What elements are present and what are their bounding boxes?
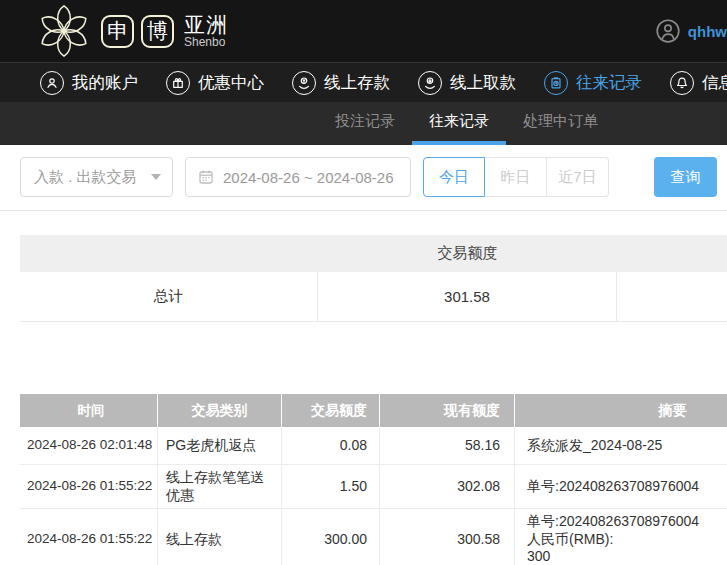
tab-betting-records[interactable]: 投注记录 — [318, 102, 412, 145]
table-row: 2024-08-26 02:01:48 PG老虎机返点 0.08 58.16 系… — [20, 427, 727, 465]
tab-label: 往来记录 — [429, 112, 489, 131]
quick-date-button-group: 今日 昨日 近7日 — [423, 157, 609, 197]
cell-balance: 302.08 — [380, 465, 515, 508]
summary-header-spacer — [20, 235, 318, 272]
summary-total-label: 总计 — [20, 272, 318, 321]
logo-char-shen: 申 — [101, 15, 134, 48]
last-7-days-button[interactable]: 近7日 — [547, 157, 609, 197]
date-range-value: 2024-08-26 ~ 2024-08-26 — [223, 169, 394, 186]
filter-row: 入款 . 出款交易 2024-08-26 ~ 2024-08-26 今日 昨日 … — [0, 145, 727, 210]
column-header-memo: 摘要 — [515, 394, 727, 427]
nav-item-online-deposit[interactable]: 线上存款 — [292, 71, 390, 95]
main-navigation: 我的账户 优惠中心 线上存款 线上取款 往来记录 — [0, 62, 727, 102]
topbar: 申 博 亚洲 Shenbo qhhw — [0, 0, 727, 62]
table-row: 2024-08-26 01:55:22 线上存款笔笔送优惠 1.50 302.0… — [20, 465, 727, 509]
username: qhhw — [688, 23, 727, 40]
tab-transaction-records[interactable]: 往来记录 — [412, 102, 506, 145]
gift-icon — [166, 71, 190, 95]
tab-label: 处理中订单 — [523, 112, 598, 131]
summary-total-row: 总计 301.58 — [20, 272, 727, 322]
cell-amount: 0.08 — [282, 427, 380, 464]
nav-item-promotions[interactable]: 优惠中心 — [166, 71, 264, 95]
deposit-coin-icon — [292, 71, 316, 95]
tab-label: 投注记录 — [335, 112, 395, 131]
transaction-records-page: 申 博 亚洲 Shenbo qhhw 我的账户 — [0, 0, 727, 565]
nav-item-online-withdrawal[interactable]: 线上取款 — [418, 71, 516, 95]
summary-header-row: 交易额度 — [20, 235, 727, 272]
chevron-down-icon — [151, 174, 161, 180]
nav-label: 优惠中心 — [198, 72, 264, 94]
cell-time: 2024-08-26 01:55:22 — [20, 465, 158, 508]
cell-type: 线上存款笔笔送优惠 — [158, 465, 282, 508]
cell-balance: 300.58 — [380, 509, 515, 565]
brand-logo[interactable]: 申 博 亚洲 Shenbo — [36, 3, 228, 59]
brand-subtitle: Shenbo — [184, 36, 228, 49]
date-range-input[interactable]: 2024-08-26 ~ 2024-08-26 — [185, 157, 411, 197]
summary-table: 交易额度 总计 301.58 — [20, 235, 727, 322]
cell-time: 2024-08-26 01:55:22 — [20, 509, 158, 565]
search-button[interactable]: 查询 — [654, 157, 717, 197]
column-header-type: 交易类别 — [158, 394, 282, 427]
nav-label: 线上取款 — [450, 72, 516, 94]
nav-item-transaction-records[interactable]: 往来记录 — [544, 71, 642, 95]
user-avatar-icon — [656, 19, 680, 43]
column-header-balance: 现有额度 — [380, 394, 515, 427]
cell-type: PG老虎机返点 — [158, 427, 282, 464]
nav-label: 线上存款 — [324, 72, 390, 94]
cell-type: 线上存款 — [158, 509, 282, 565]
user-icon — [40, 71, 64, 95]
bell-icon — [670, 71, 694, 95]
records-clipboard-icon — [544, 71, 568, 95]
cell-memo: 单号:202408263708976004 — [515, 465, 727, 508]
yesterday-button[interactable]: 昨日 — [485, 157, 547, 197]
nav-label: 信息 — [702, 72, 727, 94]
summary-header-spacer — [617, 235, 727, 272]
transactions-table: 时间 交易类别 交易额度 现有额度 摘要 2024-08-26 02:01:48… — [20, 394, 727, 565]
cell-amount: 1.50 — [282, 465, 380, 508]
summary-empty-cell — [617, 272, 727, 321]
nav-label: 我的账户 — [72, 72, 138, 94]
transactions-header-row: 时间 交易类别 交易额度 现有额度 摘要 — [20, 394, 727, 427]
nav-item-messages[interactable]: 信息 — [670, 71, 727, 95]
calendar-icon — [198, 169, 214, 185]
flower-logo-icon — [36, 3, 92, 59]
brand-region: 亚洲 — [184, 13, 228, 36]
column-header-time: 时间 — [20, 394, 158, 427]
tab-processing-orders[interactable]: 处理中订单 — [506, 102, 615, 145]
user-account-chip[interactable]: qhhw — [656, 19, 727, 43]
nav-label: 往来记录 — [576, 72, 642, 94]
today-button[interactable]: 今日 — [423, 157, 485, 197]
summary-header-amount: 交易额度 — [318, 235, 617, 272]
cell-amount: 300.00 — [282, 509, 380, 565]
cell-memo: 系统派发_2024-08-25 — [515, 427, 727, 464]
withdraw-coin-icon — [418, 71, 442, 95]
cell-memo: 单号:202408263708976004 人民币(RMB): 300 — [515, 509, 727, 565]
column-header-amount: 交易额度 — [282, 394, 380, 427]
brand-text: 亚洲 Shenbo — [184, 13, 228, 49]
transaction-type-select[interactable]: 入款 . 出款交易 — [20, 157, 173, 197]
cell-time: 2024-08-26 02:01:48 — [20, 427, 158, 464]
table-row: 2024-08-26 01:55:22 线上存款 300.00 300.58 单… — [20, 509, 727, 565]
section-divider — [0, 210, 727, 211]
nav-item-my-account[interactable]: 我的账户 — [40, 71, 138, 95]
transaction-type-value: 入款 . 出款交易 — [34, 168, 137, 187]
cell-balance: 58.16 — [380, 427, 515, 464]
summary-total-value: 301.58 — [318, 272, 617, 321]
logo-char-bo: 博 — [141, 15, 174, 48]
records-tab-bar: 投注记录 往来记录 处理中订单 — [0, 102, 727, 145]
